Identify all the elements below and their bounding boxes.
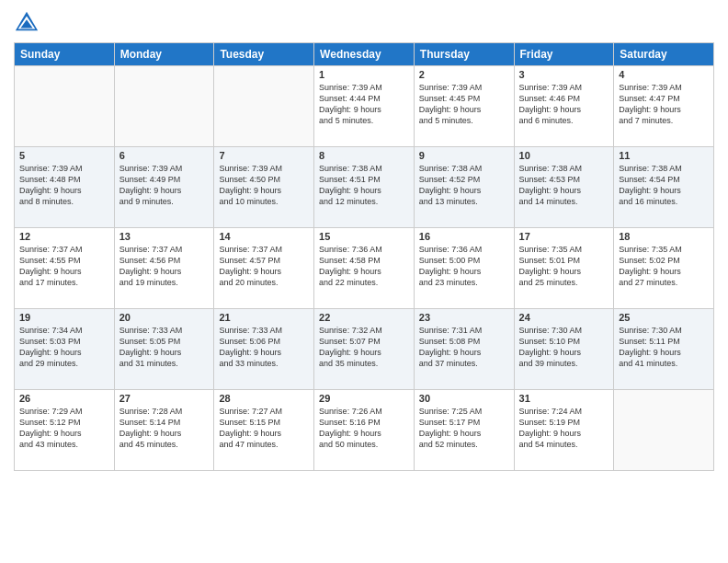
day-info: Sunrise: 7:39 AM Sunset: 4:44 PM Dayligh… bbox=[319, 82, 409, 127]
day-number: 22 bbox=[319, 312, 409, 323]
day-cell: 24Sunrise: 7:30 AM Sunset: 5:10 PM Dayli… bbox=[514, 309, 614, 390]
day-number: 30 bbox=[419, 393, 509, 404]
day-number: 16 bbox=[419, 231, 509, 242]
page-container: SundayMondayTuesdayWednesdayThursdayFrid… bbox=[0, 0, 728, 563]
day-number: 21 bbox=[219, 312, 309, 323]
calendar-header-row: SundayMondayTuesdayWednesdayThursdayFrid… bbox=[15, 43, 714, 66]
day-cell: 4Sunrise: 7:39 AM Sunset: 4:47 PM Daylig… bbox=[614, 66, 714, 147]
day-number: 11 bbox=[619, 150, 709, 161]
day-info: Sunrise: 7:24 AM Sunset: 5:19 PM Dayligh… bbox=[519, 406, 609, 451]
calendar-table: SundayMondayTuesdayWednesdayThursdayFrid… bbox=[14, 42, 714, 471]
day-number: 27 bbox=[119, 393, 210, 404]
day-cell bbox=[614, 390, 714, 471]
day-number: 12 bbox=[19, 231, 109, 242]
page-header bbox=[14, 9, 714, 35]
day-cell: 14Sunrise: 7:37 AM Sunset: 4:57 PM Dayli… bbox=[214, 228, 314, 309]
week-row-1: 1Sunrise: 7:39 AM Sunset: 4:44 PM Daylig… bbox=[15, 66, 714, 147]
day-cell: 31Sunrise: 7:24 AM Sunset: 5:19 PM Dayli… bbox=[514, 390, 614, 471]
day-number: 23 bbox=[419, 312, 509, 323]
day-number: 9 bbox=[419, 150, 509, 161]
day-info: Sunrise: 7:38 AM Sunset: 4:51 PM Dayligh… bbox=[319, 163, 409, 208]
day-info: Sunrise: 7:38 AM Sunset: 4:52 PM Dayligh… bbox=[419, 163, 509, 208]
day-cell: 29Sunrise: 7:26 AM Sunset: 5:16 PM Dayli… bbox=[314, 390, 415, 471]
day-cell: 27Sunrise: 7:28 AM Sunset: 5:14 PM Dayli… bbox=[114, 390, 214, 471]
day-number: 29 bbox=[319, 393, 409, 404]
day-cell: 10Sunrise: 7:38 AM Sunset: 4:53 PM Dayli… bbox=[514, 147, 614, 228]
day-number: 1 bbox=[319, 69, 409, 80]
day-number: 5 bbox=[19, 150, 109, 161]
day-info: Sunrise: 7:39 AM Sunset: 4:50 PM Dayligh… bbox=[219, 163, 309, 208]
day-info: Sunrise: 7:30 AM Sunset: 5:11 PM Dayligh… bbox=[619, 325, 709, 370]
day-number: 14 bbox=[219, 231, 309, 242]
day-cell: 17Sunrise: 7:35 AM Sunset: 5:01 PM Dayli… bbox=[514, 228, 614, 309]
day-cell: 26Sunrise: 7:29 AM Sunset: 5:12 PM Dayli… bbox=[15, 390, 115, 471]
day-info: Sunrise: 7:28 AM Sunset: 5:14 PM Dayligh… bbox=[119, 406, 210, 451]
day-cell: 13Sunrise: 7:37 AM Sunset: 4:56 PM Dayli… bbox=[114, 228, 214, 309]
day-cell: 6Sunrise: 7:39 AM Sunset: 4:49 PM Daylig… bbox=[114, 147, 214, 228]
day-cell bbox=[114, 66, 214, 147]
day-info: Sunrise: 7:30 AM Sunset: 5:10 PM Dayligh… bbox=[519, 325, 609, 370]
day-number: 6 bbox=[119, 150, 210, 161]
day-number: 24 bbox=[519, 312, 609, 323]
day-cell: 11Sunrise: 7:38 AM Sunset: 4:54 PM Dayli… bbox=[614, 147, 714, 228]
weekday-header-tuesday: Tuesday bbox=[214, 43, 314, 66]
week-row-2: 5Sunrise: 7:39 AM Sunset: 4:48 PM Daylig… bbox=[15, 147, 714, 228]
weekday-header-saturday: Saturday bbox=[614, 43, 714, 66]
day-cell: 15Sunrise: 7:36 AM Sunset: 4:58 PM Dayli… bbox=[314, 228, 415, 309]
day-number: 28 bbox=[219, 393, 309, 404]
day-cell: 9Sunrise: 7:38 AM Sunset: 4:52 PM Daylig… bbox=[414, 147, 514, 228]
day-number: 15 bbox=[319, 231, 409, 242]
day-info: Sunrise: 7:39 AM Sunset: 4:48 PM Dayligh… bbox=[19, 163, 109, 208]
day-number: 4 bbox=[619, 69, 709, 80]
day-cell: 19Sunrise: 7:34 AM Sunset: 5:03 PM Dayli… bbox=[15, 309, 115, 390]
day-number: 7 bbox=[219, 150, 309, 161]
day-number: 25 bbox=[619, 312, 709, 323]
day-number: 18 bbox=[619, 231, 709, 242]
day-info: Sunrise: 7:33 AM Sunset: 5:06 PM Dayligh… bbox=[219, 325, 309, 370]
day-info: Sunrise: 7:39 AM Sunset: 4:49 PM Dayligh… bbox=[119, 163, 210, 208]
day-info: Sunrise: 7:37 AM Sunset: 4:56 PM Dayligh… bbox=[119, 244, 210, 289]
day-info: Sunrise: 7:39 AM Sunset: 4:46 PM Dayligh… bbox=[519, 82, 609, 127]
day-cell bbox=[214, 66, 314, 147]
day-info: Sunrise: 7:37 AM Sunset: 4:55 PM Dayligh… bbox=[19, 244, 109, 289]
day-cell: 1Sunrise: 7:39 AM Sunset: 4:44 PM Daylig… bbox=[314, 66, 415, 147]
day-info: Sunrise: 7:39 AM Sunset: 4:47 PM Dayligh… bbox=[619, 82, 709, 127]
day-cell: 5Sunrise: 7:39 AM Sunset: 4:48 PM Daylig… bbox=[15, 147, 115, 228]
day-info: Sunrise: 7:26 AM Sunset: 5:16 PM Dayligh… bbox=[319, 406, 409, 451]
week-row-5: 26Sunrise: 7:29 AM Sunset: 5:12 PM Dayli… bbox=[15, 390, 714, 471]
weekday-header-friday: Friday bbox=[514, 43, 614, 66]
logo-icon bbox=[14, 9, 40, 35]
day-cell: 16Sunrise: 7:36 AM Sunset: 5:00 PM Dayli… bbox=[414, 228, 514, 309]
day-info: Sunrise: 7:32 AM Sunset: 5:07 PM Dayligh… bbox=[319, 325, 409, 370]
day-info: Sunrise: 7:37 AM Sunset: 4:57 PM Dayligh… bbox=[219, 244, 309, 289]
day-info: Sunrise: 7:34 AM Sunset: 5:03 PM Dayligh… bbox=[19, 325, 109, 370]
weekday-header-wednesday: Wednesday bbox=[314, 43, 415, 66]
day-info: Sunrise: 7:35 AM Sunset: 5:01 PM Dayligh… bbox=[519, 244, 609, 289]
week-row-4: 19Sunrise: 7:34 AM Sunset: 5:03 PM Dayli… bbox=[15, 309, 714, 390]
day-cell: 25Sunrise: 7:30 AM Sunset: 5:11 PM Dayli… bbox=[614, 309, 714, 390]
day-info: Sunrise: 7:29 AM Sunset: 5:12 PM Dayligh… bbox=[19, 406, 109, 451]
day-info: Sunrise: 7:27 AM Sunset: 5:15 PM Dayligh… bbox=[219, 406, 309, 451]
day-info: Sunrise: 7:36 AM Sunset: 4:58 PM Dayligh… bbox=[319, 244, 409, 289]
day-cell: 21Sunrise: 7:33 AM Sunset: 5:06 PM Dayli… bbox=[214, 309, 314, 390]
day-cell: 12Sunrise: 7:37 AM Sunset: 4:55 PM Dayli… bbox=[15, 228, 115, 309]
day-cell bbox=[15, 66, 115, 147]
day-info: Sunrise: 7:39 AM Sunset: 4:45 PM Dayligh… bbox=[419, 82, 509, 127]
day-number: 10 bbox=[519, 150, 609, 161]
day-number: 17 bbox=[519, 231, 609, 242]
day-cell: 8Sunrise: 7:38 AM Sunset: 4:51 PM Daylig… bbox=[314, 147, 415, 228]
week-row-3: 12Sunrise: 7:37 AM Sunset: 4:55 PM Dayli… bbox=[15, 228, 714, 309]
day-number: 2 bbox=[419, 69, 509, 80]
day-info: Sunrise: 7:33 AM Sunset: 5:05 PM Dayligh… bbox=[119, 325, 210, 370]
day-info: Sunrise: 7:31 AM Sunset: 5:08 PM Dayligh… bbox=[419, 325, 509, 370]
day-info: Sunrise: 7:25 AM Sunset: 5:17 PM Dayligh… bbox=[419, 406, 509, 451]
day-cell: 28Sunrise: 7:27 AM Sunset: 5:15 PM Dayli… bbox=[214, 390, 314, 471]
day-number: 26 bbox=[19, 393, 109, 404]
day-cell: 3Sunrise: 7:39 AM Sunset: 4:46 PM Daylig… bbox=[514, 66, 614, 147]
day-number: 3 bbox=[519, 69, 609, 80]
day-info: Sunrise: 7:36 AM Sunset: 5:00 PM Dayligh… bbox=[419, 244, 509, 289]
weekday-header-monday: Monday bbox=[114, 43, 214, 66]
day-cell: 7Sunrise: 7:39 AM Sunset: 4:50 PM Daylig… bbox=[214, 147, 314, 228]
day-cell: 23Sunrise: 7:31 AM Sunset: 5:08 PM Dayli… bbox=[414, 309, 514, 390]
day-cell: 2Sunrise: 7:39 AM Sunset: 4:45 PM Daylig… bbox=[414, 66, 514, 147]
